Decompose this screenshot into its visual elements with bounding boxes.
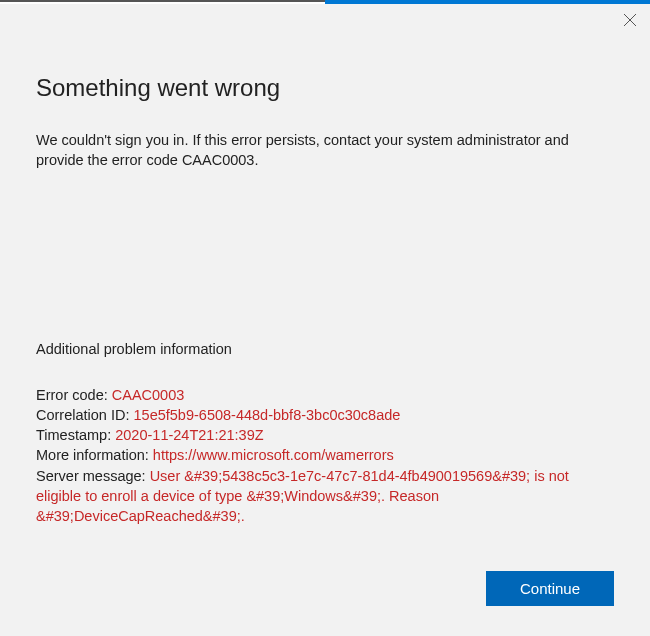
button-row: Continue bbox=[486, 571, 614, 606]
error-details: Error code: CAAC0003 Correlation ID: 15e… bbox=[36, 385, 614, 527]
dialog-description: We couldn't sign you in. If this error p… bbox=[36, 130, 614, 171]
server-message-label: Server message: bbox=[36, 468, 150, 484]
more-info-link[interactable]: https://www.microsoft.com/wamerrors bbox=[153, 447, 394, 463]
error-code-value: CAAC0003 bbox=[112, 387, 185, 403]
timestamp-row: Timestamp: 2020-11-24T21:21:39Z bbox=[36, 425, 614, 445]
additional-info-heading: Additional problem information bbox=[36, 341, 614, 357]
dialog-heading: Something went wrong bbox=[36, 74, 614, 102]
error-code-row: Error code: CAAC0003 bbox=[36, 385, 614, 405]
error-dialog: Something went wrong We couldn't sign yo… bbox=[0, 4, 650, 636]
close-icon[interactable] bbox=[624, 14, 636, 26]
titlebar bbox=[0, 4, 650, 36]
timestamp-value: 2020-11-24T21:21:39Z bbox=[115, 427, 263, 443]
correlation-id-label: Correlation ID: bbox=[36, 407, 134, 423]
correlation-id-row: Correlation ID: 15e5f5b9-6508-448d-bbf8-… bbox=[36, 405, 614, 425]
more-info-url[interactable]: https://www.microsoft.com/wamerrors bbox=[153, 447, 394, 463]
timestamp-label: Timestamp: bbox=[36, 427, 115, 443]
more-info-row: More information: https://www.microsoft.… bbox=[36, 445, 614, 465]
dialog-content: Something went wrong We couldn't sign yo… bbox=[0, 36, 650, 527]
more-info-label: More information: bbox=[36, 447, 153, 463]
continue-button[interactable]: Continue bbox=[486, 571, 614, 606]
server-message-row: Server message: User &#39;5438c5c3-1e7c-… bbox=[36, 466, 614, 527]
error-code-label: Error code: bbox=[36, 387, 112, 403]
correlation-id-value: 15e5f5b9-6508-448d-bbf8-3bc0c30c8ade bbox=[134, 407, 401, 423]
